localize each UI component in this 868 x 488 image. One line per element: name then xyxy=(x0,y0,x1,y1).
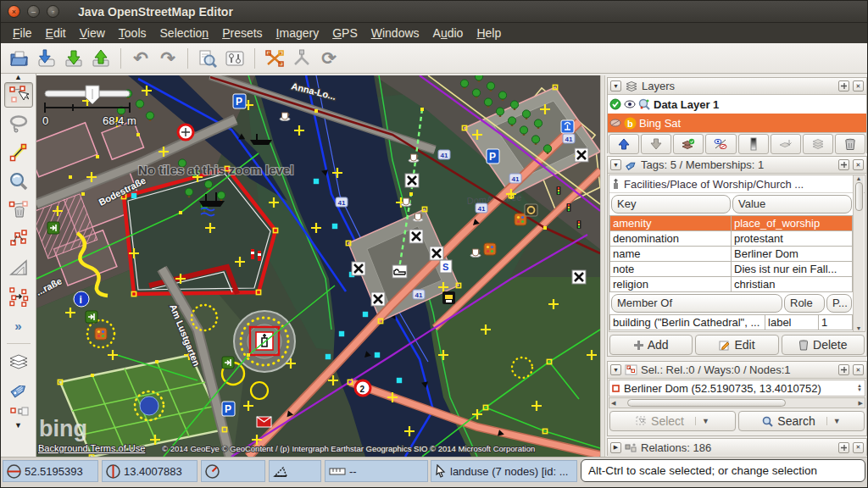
window-maximize-button[interactable]: ▫ xyxy=(47,5,59,18)
angle-tool-button[interactable] xyxy=(4,255,33,280)
parking-icon: P xyxy=(487,149,499,164)
window-close-button[interactable]: × xyxy=(8,5,20,18)
layer-move-down-button[interactable] xyxy=(641,134,671,154)
selection-list-item[interactable]: Berliner Dom (52.5190735, 13.4010752) ▲▼ xyxy=(609,380,865,396)
relations-pin-button[interactable] xyxy=(838,442,849,453)
more-tools-button[interactable]: » xyxy=(4,313,33,338)
faded-eye-icon[interactable] xyxy=(609,119,621,127)
copyright-line: © 2014 GeoEye © GeoContent / (p) Intergr… xyxy=(162,444,535,453)
layer-row-bing[interactable]: b Bing Sat xyxy=(608,114,866,132)
menu-edit[interactable]: Edit xyxy=(39,25,73,42)
tags-collapse-button[interactable]: ▼ xyxy=(610,159,621,170)
combine-way-button[interactable] xyxy=(288,46,315,71)
menu-view[interactable]: View xyxy=(73,25,112,42)
layer-move-up-button[interactable] xyxy=(609,134,639,154)
select-button[interactable]: Select ▼ xyxy=(609,411,736,431)
menu-help[interactable]: Help xyxy=(470,25,508,42)
undo-button[interactable]: ↶ xyxy=(127,46,154,71)
active-check-icon xyxy=(609,98,621,110)
zoom-tool-button[interactable] xyxy=(4,169,33,194)
svg-text:2: 2 xyxy=(360,385,365,394)
layer-merge-button[interactable] xyxy=(771,134,801,154)
redo-button[interactable]: ↷ xyxy=(154,46,181,71)
role-column-header[interactable]: Role xyxy=(784,294,825,313)
layers-dialog-button[interactable] xyxy=(4,349,33,374)
selection-pin-button[interactable] xyxy=(838,364,849,375)
layer-activate-button[interactable] xyxy=(673,134,704,154)
tag-row[interactable]: nameBerliner Dom xyxy=(610,247,853,262)
unglue-tool-button[interactable] xyxy=(4,226,33,252)
tag-row[interactable]: denominationprotestant xyxy=(610,231,853,247)
edit-tag-button[interactable]: Edit xyxy=(695,335,778,355)
search-panel-button[interactable]: Search ▼ xyxy=(738,411,865,431)
delete-tool-button[interactable] xyxy=(4,197,33,223)
tags-dialog-button[interactable] xyxy=(4,378,33,403)
split-way-button[interactable] xyxy=(261,46,288,71)
selection-panel: ▼ Sel.: Rel.:0 / Ways:0 / Nodes:1 ✕ Berl… xyxy=(607,361,867,436)
layer-visibility-button[interactable] xyxy=(705,134,736,154)
search-button[interactable] xyxy=(194,46,221,71)
delete-tag-button[interactable]: Delete xyxy=(782,335,865,355)
open-file-button[interactable] xyxy=(6,46,33,71)
upload-button[interactable] xyxy=(87,46,114,71)
membership-row[interactable]: building ("Berlin Cathedral", ... label … xyxy=(610,315,853,330)
tag-row[interactable]: religionchristian xyxy=(610,277,853,292)
selection-collapse-button[interactable]: ▼ xyxy=(610,364,621,375)
menu-presets[interactable]: Presets xyxy=(215,25,269,42)
add-tag-button[interactable]: Add xyxy=(609,335,693,355)
membership-table[interactable]: building ("Berlin Cathedral", ... label … xyxy=(609,314,853,330)
selection-close-button[interactable]: ✕ xyxy=(853,364,864,375)
layers-collapse-button[interactable]: ▼ xyxy=(610,80,621,92)
menu-file[interactable]: File xyxy=(6,25,39,42)
position-column-header[interactable]: P... xyxy=(826,294,852,313)
window-minimize-button[interactable]: – xyxy=(27,5,40,18)
tags-pin-button[interactable] xyxy=(838,159,849,170)
tags-scrollbar[interactable]: ▲▼ xyxy=(853,175,864,331)
undo-icon: ↶ xyxy=(133,49,148,67)
select-tool-button[interactable] xyxy=(4,82,33,108)
refresh-button[interactable]: ⟳ xyxy=(315,46,342,71)
member-of-column-header[interactable]: Member Of xyxy=(611,294,782,313)
layer-opacity-button[interactable] xyxy=(738,134,769,154)
layers-close-button[interactable]: ✕ xyxy=(853,80,864,92)
parking-icon: P xyxy=(222,402,235,416)
menu-tools[interactable]: Tools xyxy=(112,25,153,42)
svg-text:S: S xyxy=(442,262,448,272)
layer-duplicate-button[interactable] xyxy=(803,134,833,154)
terms-of-use-link[interactable]: Background Terms of Use xyxy=(38,443,145,453)
preferences-button[interactable] xyxy=(221,46,248,71)
map-canvas[interactable]: DomAquaree xyxy=(36,75,600,457)
selection-spinner[interactable]: ▲▼ xyxy=(857,384,862,392)
tags-table[interactable]: amenityplace_of_worship denominationprot… xyxy=(609,215,853,292)
menu-selection[interactable]: Selection xyxy=(153,25,216,42)
menu-imagery[interactable]: Imagery xyxy=(270,25,326,42)
selection-hscrollbar[interactable]: ◀▶ xyxy=(609,397,865,408)
relations-expand-button[interactable]: ▶ xyxy=(610,442,621,453)
preset-link[interactable]: Facilities/Place of Worship/Church ... xyxy=(609,175,865,193)
visible-eye-icon[interactable] xyxy=(624,100,636,108)
collapse-left-toolbar[interactable]: ▲ xyxy=(14,74,22,80)
key-column-header[interactable]: Key xyxy=(611,195,731,214)
menu-audio[interactable]: Audio xyxy=(426,25,470,42)
collapse-left-dialogs[interactable]: ▼ xyxy=(14,422,22,429)
angle-icon xyxy=(273,465,288,478)
search-icon xyxy=(198,49,218,68)
layer-delete-button[interactable] xyxy=(835,134,865,154)
relations-close-button[interactable]: ✕ xyxy=(853,442,864,453)
tag-row[interactable]: amenityplace_of_worship xyxy=(610,216,853,231)
menu-gps[interactable]: GPS xyxy=(326,25,364,42)
value-column-header[interactable]: Value xyxy=(732,195,852,214)
download-data-button[interactable] xyxy=(33,46,60,71)
layer-row-data[interactable]: Data Layer 1 xyxy=(608,95,866,114)
parallel-way-tool-button[interactable] xyxy=(4,284,33,309)
draw-node-tool-button[interactable] xyxy=(4,140,33,165)
tag-row[interactable]: noteDies ist nur ein Fall... xyxy=(610,262,853,277)
save-button[interactable] xyxy=(60,46,87,71)
relations-dialog-button[interactable] xyxy=(4,407,33,420)
select-dropdown-arrow[interactable]: ▼ xyxy=(695,417,709,425)
lasso-tool-button[interactable] xyxy=(4,111,33,136)
layers-pin-button[interactable] xyxy=(838,80,849,92)
search-dropdown-arrow[interactable]: ▼ xyxy=(826,417,841,425)
tags-close-button[interactable]: ✕ xyxy=(853,159,864,170)
menu-windows[interactable]: Windows xyxy=(364,25,426,42)
